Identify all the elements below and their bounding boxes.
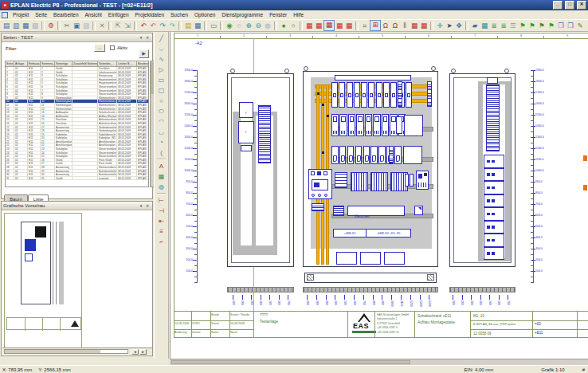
window2-icon[interactable]: ❒ — [566, 21, 575, 30]
pages-panel-header[interactable]: Seiten - TEST ▾ ✕ — [2, 33, 152, 42]
line-tool-icon[interactable]: ╱ — [156, 33, 167, 44]
device3-icon[interactable]: ⚑ — [537, 21, 547, 30]
ohm-icon[interactable]: Ω — [381, 21, 390, 30]
zoom-out-icon[interactable]: ⊖ — [253, 21, 263, 30]
window1-icon[interactable]: ❒ — [556, 21, 566, 30]
preview-close-icon[interactable]: ✕ — [144, 203, 151, 208]
paste-icon[interactable]: ▨ — [81, 21, 91, 30]
dim-chain-icon[interactable]: ⊣ — [156, 206, 167, 216]
dim-baseline-icon[interactable]: ⇤ — [156, 216, 167, 226]
cut-icon[interactable]: ✂ — [62, 21, 72, 30]
save-icon[interactable]: ▦ — [21, 21, 30, 30]
drawing-hscrollbar[interactable] — [170, 359, 588, 365]
rectangle-tool-icon[interactable]: ▭ — [156, 75, 167, 85]
hscroll-right-icon[interactable]: ► — [139, 349, 147, 355]
grid-c-icon[interactable]: ▦ — [335, 21, 344, 30]
delete-icon[interactable]: ✕ — [97, 21, 107, 30]
column-header[interactable]: Seitenna... — [41, 61, 55, 67]
column-header[interactable]: Letzter B... — [117, 61, 137, 67]
new-icon[interactable]: ▤ — [2, 21, 11, 30]
drawing-canvas[interactable]: -A2 f f — [170, 32, 588, 359]
edit-props-icon[interactable]: ✎ — [575, 21, 585, 30]
grid-x-icon[interactable]: ▦ — [410, 21, 419, 30]
preview-hscrollbar[interactable]: ◄ ► — [2, 347, 152, 355]
ohm-alt-icon[interactable]: Ω — [390, 21, 400, 30]
grid-b-icon[interactable]: ▦ — [323, 20, 335, 31]
undo-icon[interactable]: ↶ — [139, 21, 148, 30]
ellipse-tool-icon[interactable]: ⬭ — [156, 106, 167, 116]
coord-icon[interactable]: ✛ — [435, 21, 445, 30]
grid-a-icon[interactable]: ▦ — [314, 21, 323, 30]
table-row[interactable]: 3102E1131GrafikLegende08.05.2009EPLAN — [6, 177, 148, 181]
image-tool-icon[interactable]: ▦ — [156, 171, 167, 182]
hscroll-thumb[interactable] — [5, 350, 100, 353]
snap-icon[interactable]: ⌗ — [360, 21, 370, 30]
mdi-child-icon[interactable] — [2, 12, 8, 18]
menu-projekt[interactable]: Projekt — [10, 12, 32, 18]
polygon-tool-icon[interactable]: ▷ — [156, 65, 167, 75]
grid-y-icon[interactable]: ▦ — [419, 21, 429, 30]
workbook-icon[interactable]: ▭ — [209, 21, 218, 30]
panel-pin-icon[interactable]: ▾ — [138, 35, 144, 40]
layer-panel-icon[interactable]: ▰ — [470, 21, 480, 30]
scale-icon[interactable]: ⇱ — [113, 21, 123, 30]
menu-dienstprogramme[interactable]: Dienstprogramme — [218, 12, 266, 18]
drawing-hscroll-thumb[interactable] — [171, 360, 410, 364]
square-tool-icon[interactable]: ▢ — [156, 85, 167, 96]
column-header[interactable]: Einbauo... — [28, 61, 41, 67]
layer-table-icon[interactable]: ▦ — [480, 21, 489, 30]
snap-on-icon[interactable]: ⊞ — [370, 20, 381, 31]
bezier-tool-icon[interactable]: ∿ — [156, 54, 167, 65]
anchor-icon[interactable]: ✥ — [454, 21, 464, 30]
hscroll-left-icon[interactable]: ◄ — [131, 349, 139, 355]
vscroll-thumb[interactable] — [151, 62, 154, 94]
stretch-icon[interactable]: ⇲ — [123, 21, 132, 30]
dim-cont-icon[interactable]: ≡ — [156, 226, 167, 237]
column-header[interactable]: Seitenbe... — [98, 61, 117, 67]
close-button[interactable]: ✕ — [577, 1, 586, 10]
menu-einfgen[interactable]: Einfügen — [105, 12, 132, 18]
redo-list-icon[interactable]: ↷ — [167, 21, 177, 30]
filter-apply-button[interactable]: ▶ — [139, 49, 149, 58]
zoom-entire-icon[interactable]: ○ — [234, 21, 244, 30]
prev-page-icon[interactable]: ● — [279, 21, 288, 30]
next-page-icon[interactable]: ○ — [288, 21, 298, 30]
hyperlink-tool-icon[interactable]: ◍ — [156, 182, 167, 192]
title-bar[interactable]: e EPLAN Electric P8 - Professional - TES… — [0, 0, 588, 10]
pan-icon[interactable]: ◍ — [263, 21, 272, 30]
column-header[interactable]: Bearbeitu... — [137, 61, 149, 67]
maximize-button[interactable]: □ — [565, 1, 574, 10]
text-tool-icon[interactable]: A — [156, 161, 167, 171]
bars-icon[interactable]: ☰ — [508, 21, 518, 30]
device4-icon[interactable]: ⚑ — [547, 21, 556, 30]
menu-suchen[interactable]: Suchen — [167, 12, 191, 18]
device2-icon[interactable]: ⚑ — [527, 21, 537, 30]
layers-icon[interactable]: ≣ — [489, 21, 499, 30]
device1-icon[interactable]: ⚑ — [518, 21, 527, 30]
dim-angle-icon[interactable]: ⌐ — [156, 237, 167, 247]
panel-close-icon[interactable]: ✕ — [144, 35, 151, 40]
open-icon[interactable]: ▥ — [11, 21, 21, 30]
undo-list-icon[interactable]: ↶ — [148, 21, 158, 30]
menu-projektdaten[interactable]: Projektdaten — [132, 12, 168, 18]
layers2-icon[interactable]: ≣ — [499, 21, 508, 30]
column-header[interactable]: Anlage — [14, 61, 28, 67]
sector-tool-icon[interactable]: ◔ — [156, 137, 167, 147]
menu-hilfe[interactable]: Hilfe — [290, 12, 307, 18]
polyline-tool-icon[interactable]: ⌵ — [156, 44, 167, 54]
page-macro-icon[interactable]: ▦ — [193, 21, 202, 30]
filter-browse-button[interactable]: ... — [94, 44, 105, 52]
pointer-icon[interactable]: ➤ — [445, 21, 454, 30]
goto-page-icon[interactable]: ▤ — [183, 21, 193, 30]
pillars-icon[interactable]: ‖ — [400, 21, 410, 30]
wrench-icon[interactable]: ⚙ — [46, 21, 56, 30]
arc2-tool-icon[interactable]: ◡ — [156, 127, 167, 137]
column-header[interactable]: Seitentyp — [55, 61, 73, 67]
menu-fenster[interactable]: Fenster — [266, 12, 290, 18]
circle-tool-icon[interactable]: ○ — [156, 96, 167, 106]
aktiv-checkbox[interactable] — [110, 45, 115, 50]
redo-icon[interactable]: ↷ — [158, 21, 167, 30]
zoom-in-icon[interactable]: ⊕ — [244, 21, 253, 30]
menu-optionen[interactable]: Optionen — [191, 12, 218, 18]
column-header[interactable]: Zusatzfeld Seitenna... — [73, 61, 98, 67]
